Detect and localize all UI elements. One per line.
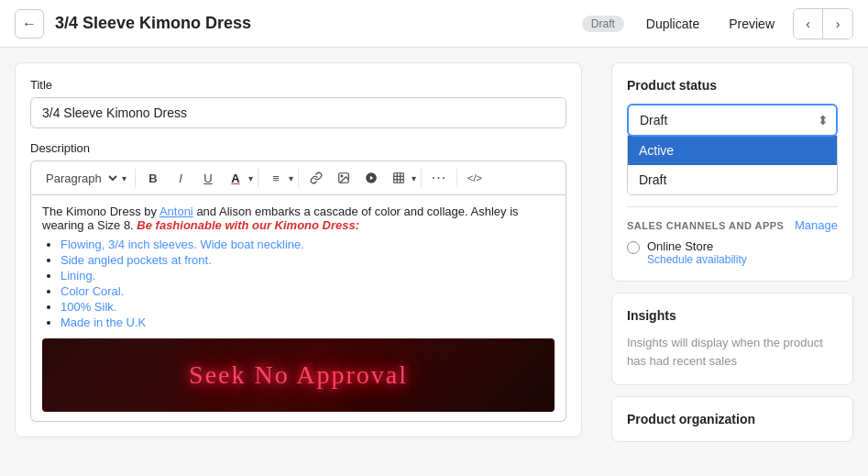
left-panel: Title Description Paragraph ▾ B I U A ▾ [0,48,597,476]
neon-image: Seek No Approval [42,338,555,412]
sales-channels-label: SALES CHANNELS AND APPS [627,220,784,231]
align-button[interactable]: ≡ [263,165,289,191]
right-panel: Product status Draft Active ⬍ Active Dra… [597,48,868,476]
product-status-card: Product status Draft Active ⬍ Active Dra… [611,62,853,282]
list-item: Flowing, 3/4 inch sleeves. Wide boat nec… [60,238,555,251]
paragraph-chevron-icon: ▾ [122,173,126,183]
toolbar-divider-2 [258,169,258,187]
divider-1 [627,206,838,207]
link-button[interactable] [303,165,329,191]
italic-button[interactable]: I [168,165,193,191]
nav-group: ‹ › [793,8,853,39]
toolbar-divider-1 [135,169,136,187]
channel-row: Online Store Schedule availability [627,239,838,266]
list-item: Made in the U.K [60,315,555,329]
insights-text: Insights will display when the product h… [627,334,838,370]
text-color-icon: A [231,172,239,185]
svg-point-1 [341,175,343,177]
status-select-wrapper: Draft Active ⬍ [627,104,838,137]
sales-channels-header: SALES CHANNELS AND APPS Manage [627,218,838,232]
product-organization-title: Product organization [627,412,838,426]
product-status-title: Product status [627,78,838,93]
dropdown-option-draft[interactable]: Draft [628,165,837,194]
online-store-radio[interactable] [627,241,640,254]
video-icon [365,172,378,184]
text-color-button[interactable]: A [223,165,248,191]
product-organization-card: Product organization [611,396,853,442]
title-label: Title [30,78,566,92]
title-input[interactable] [30,97,566,128]
more-button[interactable]: ··· [426,165,452,191]
schedule-availability-link[interactable]: Schedule availability [647,253,747,266]
channel-info: Online Store Schedule availability [647,239,747,266]
source-button[interactable]: </> [462,165,488,191]
neon-text: Seek No Approval [189,360,408,390]
product-card: Title Description Paragraph ▾ B I U A ▾ [15,62,582,437]
video-button[interactable] [358,165,384,191]
table-icon [392,172,405,184]
description-label: Description [30,141,566,155]
main-layout: Title Description Paragraph ▾ B I U A ▾ [0,48,868,476]
topbar: ← 3/4 Sleeve Kimono Dress Draft Duplicat… [0,0,868,48]
prev-button[interactable]: ‹ [794,9,823,39]
topbar-actions: Duplicate Preview ‹ › [635,8,853,39]
channel-name: Online Store [647,239,747,253]
bold-button[interactable]: B [140,165,166,191]
insights-card: Insights Insights will display when the … [611,293,853,385]
duplicate-button[interactable]: Duplicate [635,11,710,37]
list-item: Color Coral. [60,284,555,298]
editor-toolbar: Paragraph ▾ B I U A ▾ ≡ ▾ [30,161,566,195]
list-item: Lining. [60,269,555,282]
image-icon [337,172,350,184]
editor-bold-italic: Be fashionable with our Kimono Dress: [137,218,359,232]
editor-body[interactable]: The Kimono Dress by Antoni and Alison em… [30,195,566,422]
table-button[interactable] [386,165,412,191]
text-color-chevron-icon: ▾ [248,173,253,183]
editor-intro-text: The Kimono Dress by [42,205,159,218]
insights-title: Insights [627,308,838,323]
status-dropdown: Active Draft [627,135,838,195]
page-title: 3/4 Sleeve Kimono Dress [55,14,571,33]
list-item: Side angled pockets at front. [60,253,555,267]
align-chevron-icon: ▾ [289,173,293,183]
status-select[interactable]: Draft Active [627,104,838,137]
back-button[interactable]: ← [15,9,44,39]
paragraph-select[interactable]: Paragraph [38,169,120,188]
editor-list: Flowing, 3/4 inch sleeves. Wide boat nec… [60,238,555,329]
svg-rect-4 [394,173,404,183]
toolbar-divider-3 [298,169,299,187]
dropdown-option-active[interactable]: Active [628,136,837,165]
back-icon: ← [22,16,37,32]
preview-button[interactable]: Preview [718,11,786,37]
manage-link[interactable]: Manage [795,218,838,232]
draft-badge: Draft [582,16,624,32]
table-chevron-icon: ▾ [412,173,416,183]
next-button[interactable]: › [823,9,852,39]
link-icon [310,172,323,184]
toolbar-divider-5 [456,169,457,187]
underline-button[interactable]: U [195,165,221,191]
toolbar-divider-4 [421,169,422,187]
editor-link-Antoni[interactable]: Antoni [159,205,193,218]
list-item: 100% Silk. [60,300,555,314]
image-button[interactable] [331,165,357,191]
